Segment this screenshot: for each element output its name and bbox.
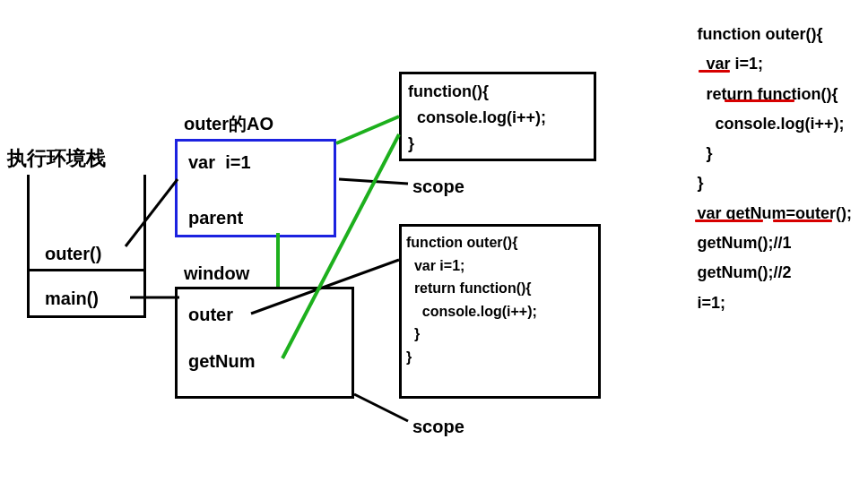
underline-i: [699, 70, 730, 73]
stack-title: 执行环境栈: [7, 145, 106, 172]
ao-line-1: parent: [188, 206, 243, 230]
outer-scope-label: scope: [412, 415, 464, 439]
ao-title: outer的AO: [184, 112, 273, 136]
anon-scope-label: scope: [412, 175, 464, 199]
underline-getnum: [695, 219, 763, 222]
stack-item-main: main(): [45, 287, 99, 311]
underline-function: [725, 99, 794, 102]
stack-bracket-right: [143, 175, 146, 318]
outer-func-code: function outer(){ var i=1; return functi…: [406, 231, 537, 369]
stack-item-outer: outer(): [45, 242, 101, 266]
anon-func-code: function(){ console.log(i++); }: [408, 79, 546, 156]
window-title: window: [184, 262, 249, 286]
stack-divider-1: [30, 269, 143, 271]
window-line-1: getNum: [188, 349, 255, 374]
svg-line-3: [339, 179, 408, 184]
source-code: function outer(){ var i=1; return functi…: [697, 20, 852, 318]
window-line-0: outer: [188, 303, 233, 327]
ao-line-0: var i=1: [188, 151, 251, 175]
underline-outer-call: [773, 219, 832, 222]
svg-line-5: [336, 116, 399, 143]
